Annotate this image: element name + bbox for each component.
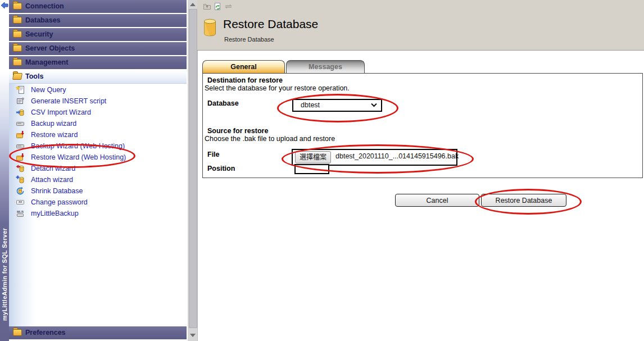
- main-header: Restore Database Restore Database: [197, 0, 644, 51]
- brand-strip: myLittleAdmin for SQL Server: [0, 0, 9, 341]
- sidebar-item-mylittlebackup[interactable]: MLB myLittleBackup: [9, 208, 187, 219]
- sidebar-scrollbar: [188, 0, 198, 341]
- sidebar-section-management[interactable]: Management: [9, 56, 187, 69]
- svg-text:**: **: [19, 200, 22, 205]
- scroll-up-arrow-icon[interactable]: [190, 3, 196, 6]
- sidebar-item-attach-wizard[interactable]: Attach wizard: [9, 174, 187, 185]
- folder-icon: [13, 17, 22, 24]
- position-label: Position: [207, 165, 235, 172]
- change-password-icon: **: [16, 198, 25, 207]
- position-input[interactable]: [294, 164, 329, 174]
- main-area: Restore Database Restore Database Genera…: [197, 0, 644, 341]
- mylittlebackup-icon: MLB: [16, 209, 25, 218]
- source-heading: Source for restore: [207, 127, 268, 135]
- sidebar-section-connection[interactable]: Connection: [9, 0, 187, 13]
- sidebar-section-databases[interactable]: Databases: [9, 14, 187, 27]
- sidebar-section-tools[interactable]: Tools: [9, 70, 187, 84]
- folder-icon: [13, 59, 22, 66]
- sidebar-item-restore-wizard[interactable]: Restore wizard: [9, 129, 187, 140]
- transfer-icon[interactable]: [224, 2, 233, 11]
- restore-web-icon: [16, 153, 25, 162]
- svg-text:MLB: MLB: [17, 210, 24, 213]
- sidebar-item-change-password[interactable]: ** Change password: [9, 197, 187, 208]
- sidebar-item-backup-wizard[interactable]: Backup wizard: [9, 118, 187, 129]
- sidebar-item-generate-insert-script[interactable]: Generate INSERT script: [9, 96, 187, 107]
- database-label: Database: [207, 99, 239, 107]
- scrollbar-thumb[interactable]: [189, 9, 197, 328]
- sidebar-item-restore-wizard-web-hosting[interactable]: Restore Wizard (Web Hosting): [9, 152, 187, 163]
- database-select-value: dbtest: [301, 101, 320, 109]
- sidebar-item-shrink-database[interactable]: Shrink Database: [9, 185, 187, 197]
- file-input[interactable]: 選擇檔案 dbtest_20201110_...014145915496.bak: [292, 149, 457, 166]
- choose-file-button[interactable]: 選擇檔案: [295, 151, 331, 163]
- refresh-icon[interactable]: [214, 2, 222, 11]
- page-subtitle: Restore Database: [224, 36, 274, 43]
- backup-icon: [16, 119, 25, 128]
- sidebar-item-backup-wizard-web-hosting[interactable]: Backup Wizard (Web Hosting): [9, 140, 187, 152]
- tools-item-list: New Query Generate INSERT script CSV Imp…: [9, 84, 187, 326]
- folder-icon: [13, 3, 22, 10]
- tab-messages[interactable]: Messages: [286, 60, 365, 73]
- detach-icon: [16, 164, 25, 173]
- sidebar-section-server-objects[interactable]: Server Objects: [9, 42, 187, 55]
- sidebar-item-detach-wizard[interactable]: Detach wizard: [9, 163, 187, 174]
- chevron-down-icon: [371, 103, 377, 107]
- sidebar-section-preferences[interactable]: Preferences: [9, 326, 187, 339]
- database-title-icon: [202, 19, 217, 39]
- collapse-sidebar-arrow-icon[interactable]: [1, 1, 8, 8]
- sidebar-item-csv-import-wizard[interactable]: CSV Import Wizard: [9, 107, 187, 118]
- source-description: Choose the .bak file to upload and resto…: [205, 135, 335, 143]
- folder-icon: [13, 329, 22, 336]
- restore-database-button[interactable]: Restore Database: [481, 194, 566, 207]
- file-label: File: [207, 151, 220, 158]
- insert-script-icon: [16, 97, 25, 106]
- cancel-button[interactable]: Cancel: [395, 194, 479, 207]
- brand-vertical-text: myLittleAdmin for SQL Server: [0, 217, 9, 332]
- backup-web-icon: [16, 142, 25, 151]
- destination-description: Select the database for your restore ope…: [205, 84, 350, 92]
- open-folder-icon: [13, 73, 22, 80]
- folder-icon: [13, 45, 22, 52]
- new-query-icon: [16, 85, 25, 94]
- sidebar-section-security[interactable]: Security: [9, 28, 187, 41]
- tab-general[interactable]: General: [202, 60, 285, 73]
- scroll-down-arrow-icon[interactable]: [190, 334, 196, 337]
- restore-icon: [16, 130, 25, 139]
- shrink-icon: [16, 187, 25, 195]
- folder-icon: [13, 31, 22, 38]
- file-name-text: dbtest_20201110_...014145915496.bak: [335, 152, 459, 160]
- sidebar-item-new-query[interactable]: New Query: [9, 84, 187, 96]
- sidebar: Connection Databases Security Server Obj…: [9, 0, 188, 341]
- database-select[interactable]: dbtest: [292, 99, 382, 112]
- destination-heading: Destination for restore: [207, 76, 283, 84]
- attach-icon: [16, 175, 25, 184]
- page-title: Restore Database: [223, 17, 318, 31]
- export-icon[interactable]: [203, 2, 211, 11]
- csv-import-icon: [16, 108, 25, 117]
